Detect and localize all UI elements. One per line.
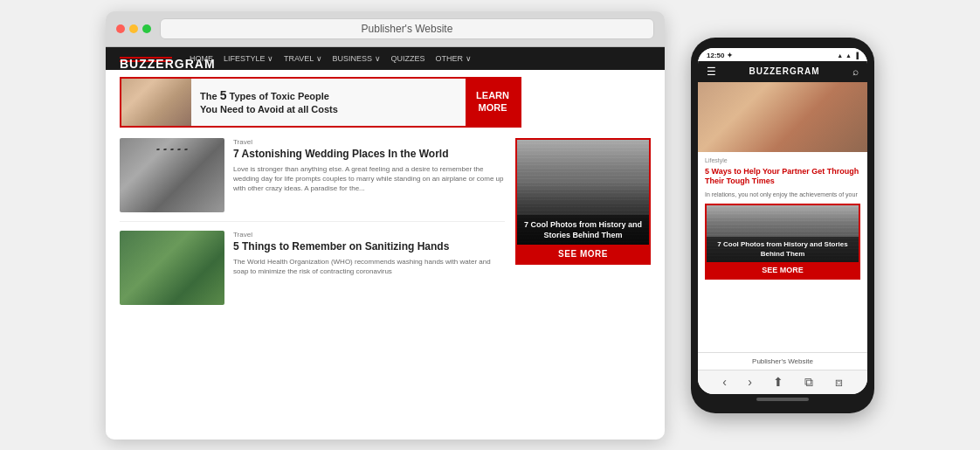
nav-other[interactable]: OTHER ∨ bbox=[436, 54, 472, 63]
website-content: BUZZERGRAM HOME LIFESTYLE ∨ TRAVEL ∨ BUS… bbox=[106, 47, 665, 440]
share-icon[interactable]: ⬆ bbox=[773, 375, 783, 390]
article-title: 5 Things to Remember on Sanitizing Hands bbox=[233, 240, 505, 254]
sidebar-ad-title: 7 Cool Photos from History and Stories B… bbox=[522, 220, 644, 240]
bookmarks-icon[interactable]: ⧉ bbox=[804, 375, 813, 390]
mobile-phone: 12:50 ✦ ▲ ▲ ▐ ☰ BUZZERGRAM ⌕ Lifestyle 5… bbox=[691, 38, 874, 413]
article-info: Travel 7 Astonishing Wedding Places In t… bbox=[233, 138, 505, 212]
site-logo: BUZZERGRAM bbox=[120, 55, 172, 62]
article-item[interactable]: Travel 7 Astonishing Wedding Places In t… bbox=[120, 138, 505, 212]
banner-ad-wrapper: The 5 Types of Toxic PeopleYou Need to A… bbox=[106, 70, 665, 135]
mobile-ad-image: 7 Cool Photos from History and Stories B… bbox=[707, 205, 859, 262]
close-button[interactable] bbox=[116, 24, 125, 33]
main-content: Travel 7 Astonishing Wedding Places In t… bbox=[106, 135, 665, 440]
url-text: Publisher's Website bbox=[362, 23, 453, 35]
mobile-ad[interactable]: 7 Cool Photos from History and Stories B… bbox=[705, 204, 860, 280]
banner-cta-button[interactable]: LEARN MORE bbox=[466, 79, 520, 126]
banner-ad-text: The 5 Types of Toxic PeopleYou Need to A… bbox=[191, 82, 466, 121]
mobile-ad-cta[interactable]: SEE MORE bbox=[707, 262, 859, 278]
article-item[interactable]: Travel 5 Things to Remember on Sanitizin… bbox=[120, 231, 505, 305]
mobile-logo: BUZZERGRAM bbox=[749, 66, 819, 76]
search-icon[interactable]: ⌕ bbox=[852, 66, 859, 78]
mobile-hero-image bbox=[698, 82, 867, 152]
hamburger-icon[interactable]: ☰ bbox=[707, 66, 716, 78]
mobile-nav-bottom: ‹ › ⬆ ⧉ ⧈ bbox=[698, 370, 867, 394]
minimize-button[interactable] bbox=[129, 24, 138, 33]
mobile-ad-title: 7 Cool Photos from History and Stories B… bbox=[710, 240, 855, 259]
article-excerpt: Love is stronger than anything else. A g… bbox=[233, 164, 505, 194]
article-category: Travel bbox=[233, 231, 505, 239]
battery-icon: ▐ bbox=[854, 52, 859, 59]
article-excerpt: The World Health Organization (WHO) reco… bbox=[233, 257, 505, 276]
wedding-image bbox=[120, 138, 224, 212]
maximize-button[interactable] bbox=[142, 24, 151, 33]
signal-icon: ▲ bbox=[837, 52, 843, 59]
mobile-article-title: 5 Ways to Help Your Partner Get Through … bbox=[705, 167, 860, 187]
banner-ad[interactable]: The 5 Types of Toxic PeopleYou Need to A… bbox=[120, 77, 521, 128]
mobile-status-bar: 12:50 ✦ ▲ ▲ ▐ bbox=[698, 48, 867, 61]
mobile-screen: 12:50 ✦ ▲ ▲ ▐ ☰ BUZZERGRAM ⌕ Lifestyle 5… bbox=[698, 48, 867, 394]
wifi-icon: ▲ bbox=[845, 52, 852, 59]
divider bbox=[120, 221, 505, 222]
mobile-wrapper: 12:50 ✦ ▲ ▲ ▐ ☰ BUZZERGRAM ⌕ Lifestyle 5… bbox=[691, 38, 874, 413]
sidebar-ad-image: 7 Cool Photos from History and Stories B… bbox=[517, 140, 649, 245]
browser-window: Publisher's Website BUZZERGRAM HOME LIFE… bbox=[106, 11, 665, 440]
hands-image bbox=[120, 231, 224, 305]
nav-lifestyle[interactable]: LIFESTYLE ∨ bbox=[224, 54, 273, 63]
article-info: Travel 5 Things to Remember on Sanitizin… bbox=[233, 231, 505, 305]
article-thumbnail bbox=[120, 138, 224, 212]
url-bar[interactable]: Publisher's Website bbox=[160, 18, 654, 39]
article-thumbnail bbox=[120, 231, 224, 305]
banner-ad-image bbox=[121, 77, 191, 128]
mobile-article-category: Lifestyle bbox=[705, 157, 860, 163]
sidebar-ad[interactable]: 7 Cool Photos from History and Stories B… bbox=[515, 138, 651, 265]
home-indicator[interactable] bbox=[756, 398, 809, 401]
tabs-icon[interactable]: ⧈ bbox=[835, 375, 843, 390]
site-nav: BUZZERGRAM HOME LIFESTYLE ∨ TRAVEL ∨ BUS… bbox=[106, 47, 665, 70]
mobile-article-excerpt: In relations, you not only enjoy the ach… bbox=[705, 190, 860, 198]
sidebar-cta-button[interactable]: SEE MORE bbox=[517, 245, 649, 263]
article-category: Travel bbox=[233, 138, 505, 146]
nav-links: HOME LIFESTYLE ∨ TRAVEL ∨ BUSINESS ∨ QUI… bbox=[190, 54, 472, 63]
mobile-content: Lifestyle 5 Ways to Help Your Partner Ge… bbox=[698, 152, 867, 352]
banner-ad-person-image bbox=[121, 77, 191, 128]
nav-quizzes[interactable]: QUIZZES bbox=[391, 54, 425, 63]
articles-list: Travel 7 Astonishing Wedding Places In t… bbox=[120, 138, 505, 436]
forward-icon[interactable]: › bbox=[748, 375, 752, 390]
mobile-ad-overlay: 7 Cool Photos from History and Stories B… bbox=[707, 237, 859, 262]
article-title: 7 Astonishing Wedding Places In the Worl… bbox=[233, 148, 505, 162]
mobile-bottom-bar: Publisher's Website bbox=[698, 352, 867, 370]
browser-toolbar: Publisher's Website bbox=[106, 11, 665, 47]
sidebar-ad-wrapper: 7 Cool Photos from History and Stories B… bbox=[515, 138, 651, 436]
sidebar-ad-overlay: 7 Cool Photos from History and Stories B… bbox=[517, 215, 649, 244]
nav-home[interactable]: HOME bbox=[190, 54, 213, 63]
mobile-nav: ☰ BUZZERGRAM ⌕ bbox=[698, 61, 867, 82]
browser-traffic-lights bbox=[116, 24, 151, 33]
nav-business[interactable]: BUSINESS ∨ bbox=[333, 54, 381, 63]
mobile-status-icons: ▲ ▲ ▐ bbox=[837, 52, 859, 59]
mobile-time: 12:50 ✦ bbox=[707, 52, 733, 59]
back-icon[interactable]: ‹ bbox=[722, 375, 727, 390]
nav-travel[interactable]: TRAVEL ∨ bbox=[284, 54, 322, 63]
